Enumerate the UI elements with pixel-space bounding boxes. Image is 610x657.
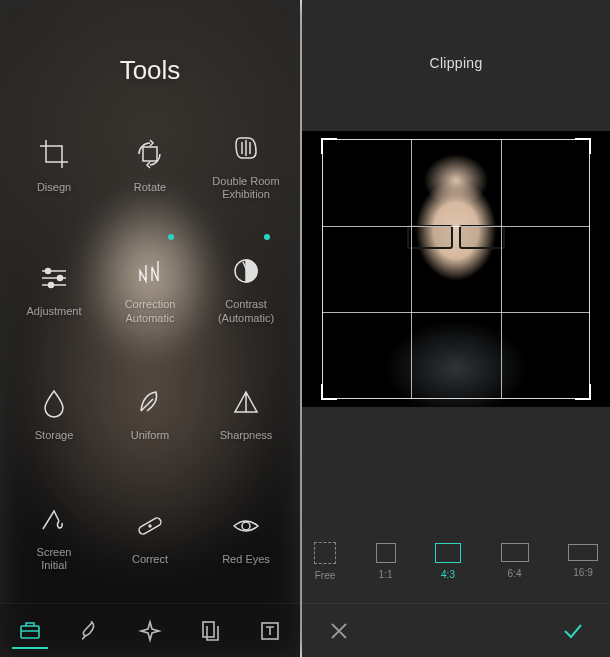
crop-frame[interactable]: [322, 139, 590, 399]
panel-title: Clipping: [302, 0, 610, 71]
aspect-ratio-bar: Free 1:1 4:3 6:4 16:9: [302, 525, 610, 597]
brush-icon: [78, 619, 102, 643]
ratio-shape-icon: [376, 543, 396, 563]
svg-point-2: [58, 276, 63, 281]
ratio-shape-icon: [314, 542, 336, 564]
sparkle-icon: [138, 619, 162, 643]
cancel-button[interactable]: [324, 616, 354, 646]
tool-label: Correction Automatic: [125, 298, 176, 324]
svg-point-3: [49, 283, 54, 288]
tools-grid: Disegn Rotate Double Room Exhibition Adj…: [0, 86, 300, 603]
bottom-tab-bar: [0, 603, 300, 657]
tool-label: Double Room Exhibition: [212, 175, 279, 201]
clipping-panel: Clipping Free 1:1 4:3: [302, 0, 610, 657]
tool-auto-correction[interactable]: Correction Automatic: [104, 228, 196, 348]
rotate-icon: [132, 136, 168, 172]
eye-icon: [228, 508, 264, 544]
tool-crop[interactable]: Disegn: [8, 104, 100, 224]
effects-tab[interactable]: [132, 613, 168, 649]
close-icon: [16, 54, 32, 70]
tool-label: Disegn: [37, 181, 71, 194]
ratio-label: Free: [315, 570, 336, 581]
confirm-button[interactable]: [558, 616, 588, 646]
tool-storage[interactable]: Storage: [8, 352, 100, 472]
grid-line: [411, 139, 412, 399]
tool-rotate[interactable]: Rotate: [104, 104, 196, 224]
tool-label: Contrast (Automatic): [218, 298, 274, 324]
tools-panel: Tools Disegn Rotate Double Room Exhibiti…: [0, 0, 302, 657]
crop-handle-tr[interactable]: [575, 138, 591, 154]
toolbox-icon: [18, 618, 42, 642]
sliders-icon: [36, 260, 72, 296]
tool-label: Correct: [132, 553, 168, 566]
triangle-icon: [228, 384, 264, 420]
tool-label: Red Eyes: [222, 553, 270, 566]
splash-icon: [36, 501, 72, 537]
auto-correct-icon: [132, 253, 168, 289]
tool-label: Sharpness: [220, 429, 273, 442]
close-icon: [329, 621, 349, 641]
tool-double-exposure[interactable]: Double Room Exhibition: [200, 104, 292, 224]
drop-icon: [36, 384, 72, 420]
tool-label: Adjustment: [26, 305, 81, 318]
crop-handle-bl[interactable]: [321, 384, 337, 400]
ratio-shape-icon: [435, 543, 461, 563]
feather-icon: [132, 384, 168, 420]
ratio-16-9[interactable]: 16:9: [568, 544, 598, 578]
toolbox-tab[interactable]: [12, 613, 48, 649]
svg-rect-9: [203, 622, 214, 637]
ratio-label: 1:1: [379, 569, 393, 580]
grid-line: [322, 226, 590, 227]
svg-point-6: [149, 525, 151, 527]
tool-label: Rotate: [134, 181, 166, 194]
ratio-label: 16:9: [573, 567, 592, 578]
tool-uniform[interactable]: Uniform: [104, 352, 196, 472]
svg-rect-8: [21, 626, 39, 638]
crop-handle-br[interactable]: [575, 384, 591, 400]
double-exposure-icon: [228, 130, 264, 166]
tool-correct[interactable]: Correct: [104, 475, 196, 595]
layers-tab[interactable]: [192, 613, 228, 649]
ratio-label: 6:4: [508, 568, 522, 579]
panel-title: Tools: [0, 0, 300, 86]
action-bar: [302, 603, 610, 657]
new-badge-dot: [264, 234, 270, 240]
text-tab[interactable]: [252, 613, 288, 649]
crop-icon: [36, 136, 72, 172]
check-icon: [561, 619, 585, 643]
tool-label: Uniform: [131, 429, 170, 442]
svg-point-1: [46, 269, 51, 274]
pages-icon: [198, 619, 222, 643]
ratio-shape-icon: [501, 543, 529, 562]
ratio-shape-icon: [568, 544, 598, 561]
ratio-4-3[interactable]: 4:3: [435, 543, 461, 580]
tool-adjustment[interactable]: Adjustment: [8, 228, 100, 348]
tool-screen-initial[interactable]: Screen Initial: [8, 475, 100, 595]
ratio-free[interactable]: Free: [314, 542, 336, 581]
grid-line: [501, 139, 502, 399]
tool-label: Screen Initial: [37, 546, 72, 572]
tool-label: Storage: [35, 429, 74, 442]
new-badge-dot: [168, 234, 174, 240]
crop-canvas[interactable]: [302, 131, 610, 407]
ratio-1-1[interactable]: 1:1: [376, 543, 396, 580]
tool-sharpness[interactable]: Sharpness: [200, 352, 292, 472]
svg-rect-0: [143, 147, 157, 161]
text-icon: [258, 619, 282, 643]
crop-border: [322, 139, 590, 399]
ratio-6-4[interactable]: 6:4: [501, 543, 529, 579]
bandage-icon: [132, 508, 168, 544]
contrast-icon: [228, 253, 264, 289]
grid-line: [322, 312, 590, 313]
svg-point-7: [242, 522, 250, 530]
close-button[interactable]: [16, 52, 32, 75]
ratio-label: 4:3: [441, 569, 455, 580]
crop-handle-tl[interactable]: [321, 138, 337, 154]
tool-red-eyes[interactable]: Red Eyes: [200, 475, 292, 595]
tool-auto-contrast[interactable]: Contrast (Automatic): [200, 228, 292, 348]
brush-tab[interactable]: [72, 613, 108, 649]
